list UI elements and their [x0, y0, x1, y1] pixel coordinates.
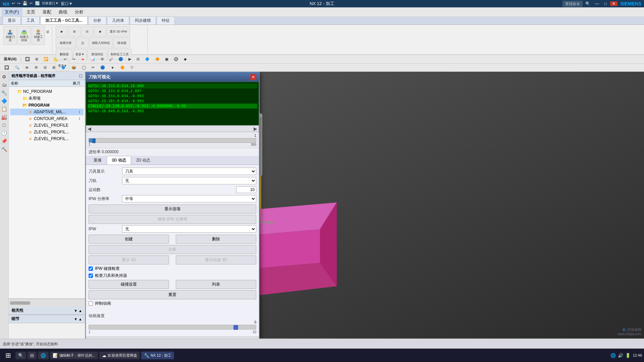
tb2-icon12[interactable]: ▶ [126, 56, 133, 62]
add-point-btn[interactable]: 点 [76, 38, 89, 48]
gcode-line-4[interactable]: CIRCLE/-29.238,0.657,-0.993,-0.0000000,-… [88, 104, 257, 109]
create-op-btn[interactable]: 创建工序 [32, 26, 45, 45]
search-box[interactable]: 查找命令 [562, 1, 583, 7]
tab-display[interactable]: 显示 [3, 16, 21, 24]
toolpath-select[interactable]: 无 [122, 177, 256, 184]
taskbar-app2[interactable]: ☁ 欢迎使用百度网盘 [99, 352, 140, 359]
tb3-icon13[interactable]: 🔶 [118, 64, 127, 71]
delete-btn[interactable]: 删除 [176, 235, 256, 244]
tree-nc-program[interactable]: 📁 NC_PROGRAM [10, 88, 84, 95]
tb3-icon1[interactable]: 🔲 [2, 64, 11, 71]
minimize-btn[interactable]: — [593, 1, 601, 6]
create-btn[interactable]: 创建 [89, 235, 169, 244]
suppress-anim-check[interactable] [89, 301, 93, 306]
collision-settings-btn[interactable]: 碰撞设置 [89, 280, 169, 289]
gcode-list[interactable]: GOTO/-38.333,0.034,10.000 GOTO/-38.333,0… [86, 82, 259, 125]
tab-replay[interactable]: 重播 [89, 156, 107, 165]
taskbar-search[interactable]: 🔍 [15, 352, 26, 359]
tb3-icon9[interactable]: ◯ [79, 64, 88, 71]
tb2-icon7[interactable]: 🔺 [78, 56, 88, 62]
tab-feature[interactable]: 特征 [157, 16, 175, 24]
tb-more-2[interactable]: ⊞ [68, 26, 80, 37]
switch-icon[interactable]: 切换窗口▼ [42, 1, 59, 7]
show-options-btn[interactable]: 显示选项 [89, 204, 256, 214]
licon-machine[interactable]: 🏭 [1, 113, 8, 121]
menu-home[interactable]: 主页 [23, 8, 39, 16]
taskbar-battery-icon[interactable]: 🔋 [625, 353, 631, 358]
scrollbar-thumb[interactable] [10, 301, 30, 305]
tool-display-select[interactable]: 刀具 [122, 168, 256, 175]
licon-blank[interactable]: □ [1, 121, 8, 129]
tree-zlevel3[interactable]: ⚙ ZLEVEL_PROFIL... [10, 135, 84, 142]
check-tool-check[interactable] [89, 274, 93, 278]
start-btn[interactable]: ⊞ [2, 349, 14, 361]
viewport[interactable]: ZM XM YC ZC 刀轨可视化 ✕ GOTO/-38.333,0.034,1… [85, 72, 644, 339]
plunge-analysis-btn[interactable]: 拔模分析 [56, 38, 76, 48]
detail-section[interactable]: 细节 ▼ ▲ [9, 315, 85, 323]
save-icon[interactable]: 💾 [22, 1, 28, 7]
tree-contour-area[interactable]: ⚙ CONTOUR_AREA I [10, 115, 84, 122]
tab-3d-dynamic[interactable]: 3D 动态 [107, 156, 131, 165]
clock[interactable]: 12:46 [633, 353, 642, 358]
move-btn[interactable]: 移动面 [113, 38, 130, 48]
maximize-btn[interactable]: □ [602, 1, 609, 6]
tree-unused[interactable]: 📁 未用项 [10, 95, 84, 102]
tb3-icon2[interactable]: 🔍 [12, 64, 22, 71]
tree-adaptive[interactable]: ⚙ ADAPTIVE_MIL... I [10, 109, 84, 115]
ipw-res-select[interactable]: 中等 [122, 195, 256, 202]
tb3-icon12[interactable]: ▼ [108, 65, 117, 71]
gcode-line-2[interactable]: GOTO/-38.333,0.034,-0.993 [88, 94, 257, 99]
ipw-collision-check[interactable] [89, 266, 93, 271]
show-rotate3d-btn[interactable]: 显示自旋 3D [176, 255, 256, 264]
tb2-icon17[interactable]: 🔘 [171, 56, 181, 62]
menu-m-btn[interactable]: 菜单(M) [1, 56, 19, 63]
show-3d-ipw-btn[interactable]: 显示 3D IPW [107, 26, 130, 37]
tb2-icon15[interactable]: 🔶 [153, 56, 162, 62]
tb-more-1[interactable]: ▶ [56, 26, 68, 37]
refresh-icon[interactable]: 🔃 [35, 1, 40, 7]
scroll-left[interactable]: ◀ [88, 126, 91, 131]
taskbar-app3[interactable]: 🔧 NX 12 - 加工 [141, 352, 174, 359]
extract-feature-btn[interactable]: 抽取几何特征 [89, 38, 113, 48]
enhance-ipw-btn[interactable]: 增强 IPW 分辨率 [89, 215, 256, 224]
licon-clock[interactable]: 🕐 [1, 129, 8, 137]
relativity-section[interactable]: 相关性 ▼ ▲ [9, 307, 85, 315]
tb2-icon2[interactable]: ⊞ [33, 56, 41, 62]
dialog-close-btn[interactable]: ✕ [250, 74, 256, 80]
tab-sync-model[interactable]: 同步建模 [130, 16, 156, 24]
menu-file[interactable]: 文件(F) [1, 8, 22, 16]
tb3-icon8[interactable]: 📦 [69, 64, 78, 71]
licon-more2[interactable]: 🔨 [1, 145, 8, 153]
tb2-icon16[interactable]: ▣ [163, 56, 171, 62]
list-btn[interactable]: 列表 [176, 280, 256, 289]
redo-icon[interactable]: ↪ [17, 1, 20, 7]
tb3-icon4[interactable]: ⚙ [32, 64, 40, 71]
tb2-icon4[interactable]: 📐 [51, 56, 61, 62]
gcode-line-0[interactable]: GOTO/-38.333,0.034,10.000 [88, 83, 257, 88]
analyze-btn[interactable]: 分析 [89, 245, 256, 254]
licon-nav[interactable]: 🗂 [1, 81, 8, 88]
gcode-line-3[interactable]: GOTO/-29.281,0.034,-0.993 [88, 99, 257, 104]
tb2-icon6[interactable]: ↪ [70, 56, 77, 62]
tb2-icon1[interactable]: 🔲 [23, 56, 32, 62]
tb2-icon5[interactable]: ↩ [61, 56, 69, 62]
cut-icon[interactable]: ✂ [30, 1, 33, 7]
move-count-input[interactable] [236, 186, 256, 193]
show3d-btn[interactable]: 显示 3D [89, 255, 169, 264]
taskbar-volume-icon[interactable]: 🔊 [618, 353, 623, 358]
menu-assembly[interactable]: 装配 [39, 8, 55, 16]
progress-thumb[interactable] [92, 138, 96, 143]
tb2-icon9[interactable]: ⚙ [98, 56, 106, 62]
gcode-line-1[interactable]: GOTO/-38.333,0.034,2.007 [88, 88, 257, 94]
tb-more-4[interactable]: ◆ [94, 26, 106, 37]
close-btn[interactable]: ✕ [610, 1, 618, 6]
tree-zlevel2[interactable]: ⚙ ZLEVEL_PROFIL... [10, 129, 84, 135]
create-geo-btn[interactable]: 创建几何体 [17, 26, 31, 45]
tab-mfg-tools[interactable]: 加工工具 - GC工具... [40, 16, 88, 24]
tb3-icon5[interactable]: ⊟ [41, 64, 49, 71]
taskbar-taskview[interactable]: ⊟ [28, 352, 37, 359]
speed-thumb[interactable] [233, 325, 238, 330]
tb3-icon6[interactable]: ⊞ [50, 64, 58, 71]
gcode-line-5[interactable]: GOTO/-28.849,0.169,-0.993 [88, 109, 257, 114]
ipw-select[interactable]: 无 [122, 225, 256, 233]
